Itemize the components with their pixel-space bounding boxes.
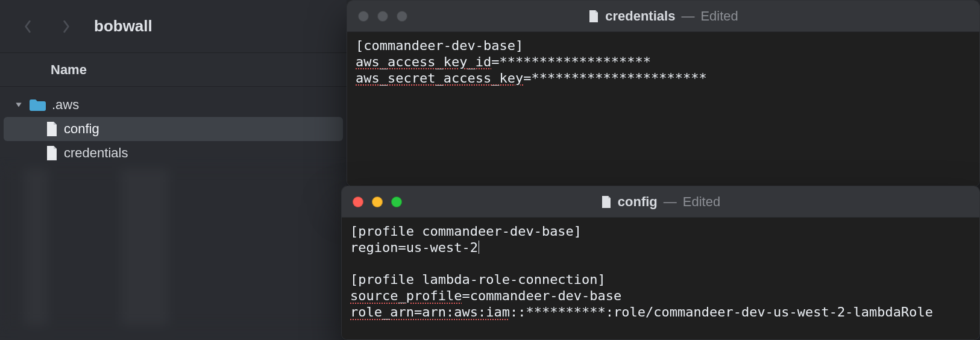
traffic-lights [358, 11, 407, 22]
code-token: =commandeer-dev-base [462, 288, 621, 303]
code-token: aws_access_key_id [356, 54, 491, 69]
finder-file-list: .aws config credentials [0, 87, 347, 326]
finder-window: bobwall Name .aws config credentials [0, 0, 347, 340]
file-label: config [64, 121, 99, 137]
code-line: [profile lambda-role-connection] [350, 272, 606, 287]
close-button[interactable] [358, 11, 369, 22]
nav-back-button[interactable] [22, 20, 34, 33]
code-token: source_profile [350, 288, 462, 303]
code-line: region=us-west-2 [350, 240, 478, 255]
nav-forward-button[interactable] [60, 20, 72, 33]
document-icon [588, 10, 599, 23]
code-token: =******************* [491, 54, 651, 69]
code-token: aws_secret_access_key [356, 71, 523, 86]
document-icon [601, 195, 612, 209]
folder-icon [29, 99, 46, 111]
file-label: credentials [64, 145, 128, 161]
title-sep: — [664, 194, 677, 210]
editor-body-config[interactable]: [profile commandeer-dev-base] region=us-… [342, 218, 979, 339]
editor-window-config: config — Edited [profile commandeer-dev-… [341, 186, 980, 340]
finder-blurred-rows [0, 169, 347, 326]
file-icon [46, 121, 58, 137]
editor-body-credentials[interactable]: [commandeer-dev-base] aws_access_key_id=… [347, 32, 979, 186]
traffic-lights [353, 197, 402, 207]
title-status: Edited [700, 8, 738, 24]
file-icon [46, 145, 58, 161]
code-line: [profile commandeer-dev-base] [350, 224, 582, 239]
zoom-button[interactable] [391, 197, 402, 207]
title-sep: — [681, 8, 694, 24]
disclosure-triangle-icon[interactable] [14, 101, 23, 109]
titlebar-config[interactable]: config — Edited [342, 186, 979, 218]
finder-column-header[interactable]: Name [0, 53, 347, 87]
finder-title: bobwall [94, 17, 152, 36]
file-row-config[interactable]: config [4, 117, 343, 141]
close-button[interactable] [353, 197, 363, 207]
code-line: [commandeer-dev-base] [356, 38, 523, 53]
minimize-button[interactable] [372, 197, 383, 207]
titlebar-credentials[interactable]: credentials — Edited [347, 1, 979, 32]
file-row-credentials[interactable]: credentials [4, 141, 343, 165]
folder-row-aws[interactable]: .aws [4, 93, 343, 117]
column-name-header: Name [51, 62, 87, 78]
text-caret [479, 241, 479, 254]
code-token: ::**********:role/commandeer-dev-us-west… [510, 304, 933, 320]
code-token: =********************** [523, 71, 707, 86]
finder-toolbar: bobwall [0, 0, 347, 53]
code-token: role_arn=arn:aws:iam [350, 304, 510, 320]
title-filename: credentials [605, 8, 675, 24]
folder-label: .aws [52, 97, 79, 113]
title-filename: config [618, 194, 658, 210]
title-status: Edited [683, 194, 720, 210]
svg-marker-0 [16, 103, 21, 107]
titlebar-title: credentials — Edited [347, 8, 979, 24]
editor-window-credentials: credentials — Edited [commandeer-dev-bas… [347, 0, 980, 187]
zoom-button[interactable] [397, 11, 407, 22]
minimize-button[interactable] [377, 11, 388, 22]
titlebar-title: config — Edited [342, 194, 979, 210]
